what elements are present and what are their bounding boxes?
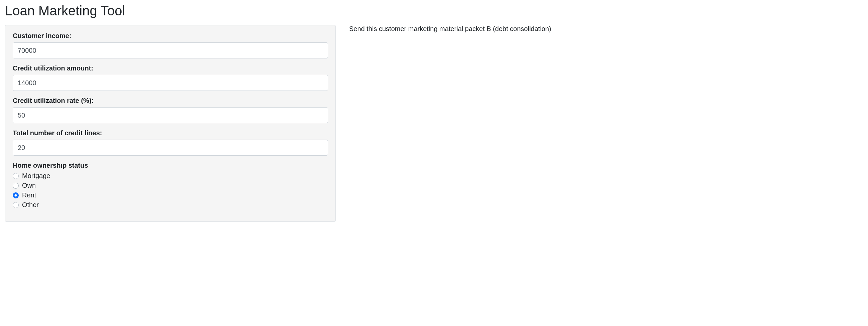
- income-label: Customer income:: [13, 32, 328, 40]
- credit-util-rate-input[interactable]: [13, 107, 328, 123]
- home-ownership-option-label[interactable]: Other: [22, 201, 39, 209]
- total-credit-lines-label: Total number of credit lines:: [13, 129, 328, 137]
- page-title: Loan Marketing Tool: [5, 3, 863, 19]
- total-credit-lines-input[interactable]: [13, 140, 328, 156]
- home-ownership-group: Mortgage Own Rent Other: [13, 172, 328, 209]
- home-ownership-option-label[interactable]: Own: [22, 182, 36, 189]
- income-input[interactable]: [13, 42, 328, 59]
- home-ownership-option-label[interactable]: Mortgage: [22, 172, 51, 180]
- form-panel: Customer income: Credit utilization amou…: [5, 25, 336, 222]
- home-ownership-radio-own[interactable]: [13, 183, 19, 189]
- home-ownership-label: Home ownership status: [13, 162, 328, 169]
- credit-util-amount-label: Credit utilization amount:: [13, 64, 328, 72]
- home-ownership-radio-other[interactable]: [13, 202, 19, 208]
- home-ownership-radio-rent[interactable]: [13, 192, 19, 198]
- output-message: Send this customer marketing material pa…: [349, 25, 863, 33]
- credit-util-rate-label: Credit utilization rate (%):: [13, 97, 328, 104]
- home-ownership-radio-mortgage[interactable]: [13, 173, 19, 179]
- credit-util-amount-input[interactable]: [13, 75, 328, 91]
- home-ownership-option-label[interactable]: Rent: [22, 191, 36, 199]
